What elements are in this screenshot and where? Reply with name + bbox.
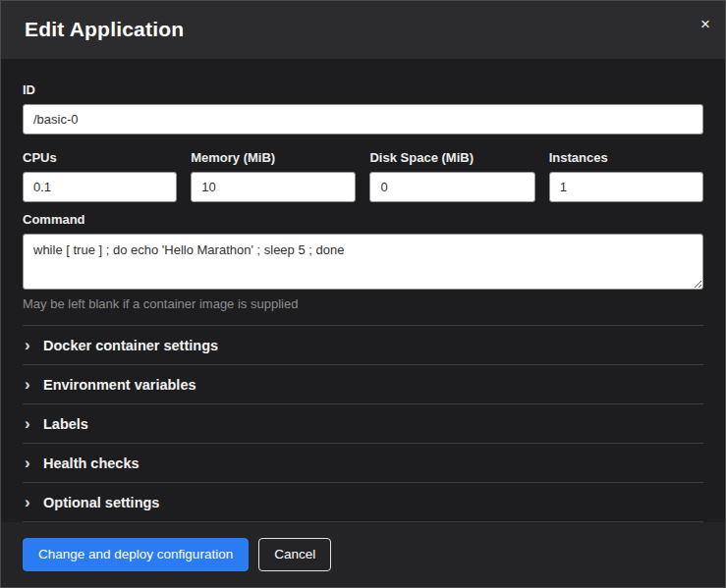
chevron-right-icon: › — [25, 376, 33, 393]
disk-label: Disk Space (MiB) — [369, 150, 534, 165]
disk-field: Disk Space (MiB) — [369, 140, 534, 202]
instances-field: Instances — [549, 140, 703, 202]
memory-field: Memory (MiB) — [191, 140, 356, 202]
command-label: Command — [23, 212, 703, 227]
section-label: Optional settings — [43, 495, 159, 510]
modal-title: Edit Application — [25, 18, 701, 41]
chevron-right-icon: › — [25, 494, 33, 510]
chevron-right-icon: › — [25, 337, 33, 353]
memory-input[interactable] — [191, 172, 356, 202]
memory-label: Memory (MiB) — [191, 150, 356, 165]
cpus-input[interactable] — [23, 172, 177, 202]
cancel-button[interactable]: Cancel — [258, 538, 331, 571]
resources-row: CPUs Memory (MiB) Disk Space (MiB) Insta… — [23, 140, 703, 202]
section-docker-container-settings[interactable]: › Docker container settings — [23, 325, 703, 364]
close-icon[interactable]: × — [700, 16, 710, 32]
section-label: Labels — [43, 416, 88, 432]
instances-input[interactable] — [549, 172, 703, 202]
chevron-right-icon: › — [25, 454, 33, 471]
section-environment-variables[interactable]: › Environment variables — [23, 364, 703, 403]
command-input[interactable]: while [ true ] ; do echo 'Hello Marathon… — [23, 234, 703, 290]
section-label: Environment variables — [43, 377, 196, 393]
collapsible-sections: › Docker container settings › Environmen… — [23, 325, 703, 522]
edit-application-modal: Edit Application × ID CPUs Memory (MiB) … — [0, 0, 726, 588]
section-labels[interactable]: › Labels — [23, 403, 703, 443]
section-label: Docker container settings — [43, 338, 218, 353]
disk-input[interactable] — [369, 172, 534, 202]
id-input[interactable] — [23, 104, 703, 134]
modal-header: Edit Application × — [1, 1, 725, 59]
section-label: Health checks — [43, 455, 140, 471]
section-health-checks[interactable]: › Health checks — [23, 443, 703, 482]
cpus-field: CPUs — [23, 140, 177, 202]
command-help-text: May be left blank if a container image i… — [23, 296, 703, 311]
instances-label: Instances — [549, 150, 703, 165]
modal-body: ID CPUs Memory (MiB) Disk Space (MiB) In… — [1, 59, 725, 522]
modal-footer: Change and deploy configuration Cancel — [1, 522, 725, 587]
id-label: ID — [23, 82, 703, 97]
chevron-right-icon: › — [25, 415, 33, 432]
section-optional-settings[interactable]: › Optional settings — [23, 482, 703, 521]
cpus-label: CPUs — [23, 150, 177, 165]
deploy-button[interactable]: Change and deploy configuration — [23, 538, 249, 571]
